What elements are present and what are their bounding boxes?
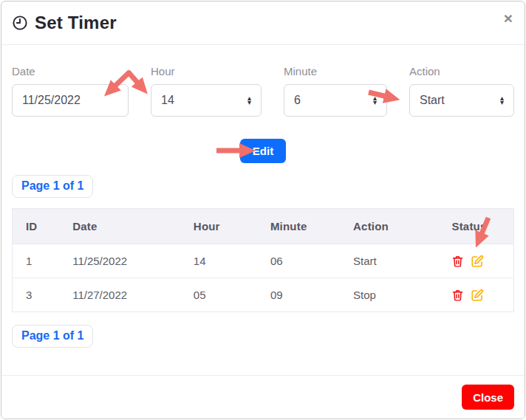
edit-icon[interactable] — [471, 255, 484, 268]
hour-field-group: Hour 14 ▴▾ — [151, 65, 262, 117]
edit-button[interactable]: Edit — [240, 139, 286, 163]
date-input-wrap — [12, 84, 129, 117]
col-header-status: Status — [438, 209, 513, 244]
cell-action: Stop — [340, 278, 438, 312]
select-caret-icon: ▴▾ — [500, 96, 504, 105]
clock-icon — [12, 15, 28, 31]
action-field-group: Action Start ▴▾ — [409, 65, 514, 117]
date-input[interactable] — [22, 94, 118, 107]
cell-id: 1 — [13, 244, 60, 278]
timers-table: ID Date Hour Minute Action Status 1 11/2… — [12, 208, 514, 312]
minute-select[interactable]: 6 ▴▾ — [284, 84, 387, 117]
pagination-top[interactable]: Page 1 of 1 — [12, 175, 93, 198]
cell-status — [438, 278, 513, 312]
edit-icon[interactable] — [471, 289, 484, 302]
cell-date: 11/25/2022 — [59, 244, 180, 278]
cell-status — [438, 244, 513, 278]
col-header-action: Action — [340, 209, 438, 244]
col-header-date: Date — [59, 209, 180, 244]
pagination-bottom[interactable]: Page 1 of 1 — [12, 325, 93, 348]
action-select[interactable]: Start ▴▾ — [409, 84, 514, 117]
action-label: Action — [409, 65, 514, 78]
cell-minute: 06 — [257, 244, 340, 278]
select-caret-icon: ▴▾ — [247, 96, 251, 105]
cell-id: 3 — [13, 278, 60, 312]
col-header-id: ID — [13, 209, 60, 244]
cell-hour: 05 — [180, 278, 257, 312]
cell-hour: 14 — [180, 244, 257, 278]
cell-action: Start — [340, 244, 438, 278]
action-select-value: Start — [420, 94, 445, 107]
hour-select-value: 14 — [161, 94, 174, 107]
minute-label: Minute — [284, 65, 387, 78]
minute-field-group: Minute 6 ▴▾ — [284, 65, 387, 117]
date-label: Date — [12, 65, 129, 78]
timer-form: Date Hour 14 ▴▾ Minute 6 ▴▾ A — [12, 65, 514, 117]
col-header-minute: Minute — [257, 209, 340, 244]
trash-icon[interactable] — [451, 289, 464, 302]
table-row: 3 11/27/2022 05 09 Stop — [13, 278, 514, 312]
modal-footer: Close — [1, 375, 525, 419]
col-header-hour: Hour — [180, 209, 257, 244]
page-title: Set Timer — [35, 13, 117, 33]
trash-icon[interactable] — [451, 255, 464, 268]
select-caret-icon: ▴▾ — [373, 96, 377, 105]
modal-header: Set Timer × — [1, 1, 525, 45]
hour-label: Hour — [151, 65, 262, 78]
cell-date: 11/27/2022 — [59, 278, 180, 312]
set-timer-modal: Set Timer × Date Hour 14 ▴▾ Minute — [1, 1, 525, 419]
hour-select[interactable]: 14 ▴▾ — [151, 84, 262, 117]
close-button[interactable]: Close — [462, 385, 514, 410]
close-icon[interactable]: × — [504, 10, 513, 26]
cell-minute: 09 — [257, 278, 340, 312]
minute-select-value: 6 — [294, 94, 301, 107]
table-header-row: ID Date Hour Minute Action Status — [13, 209, 514, 244]
date-field-group: Date — [12, 65, 129, 117]
table-row: 1 11/25/2022 14 06 Start — [13, 244, 514, 278]
